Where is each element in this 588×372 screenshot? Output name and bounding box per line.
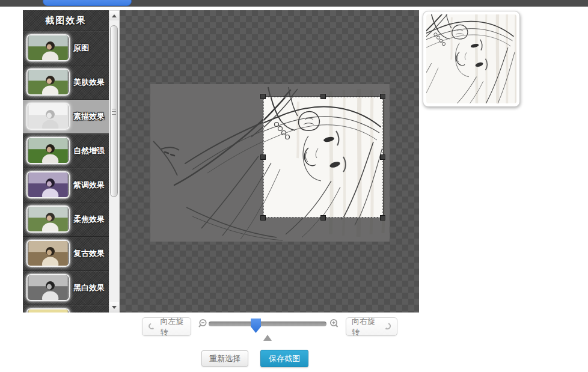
effect-label: 自然增强 xyxy=(73,134,105,168)
sidebar-title: 截图效果 xyxy=(23,10,109,31)
rotate-right-icon xyxy=(382,322,391,332)
slider-origin-marker-icon xyxy=(263,335,272,341)
effect-item-original[interactable]: 原图 xyxy=(23,31,109,66)
scroll-down-button[interactable] xyxy=(109,302,119,312)
rotate-right-label: 向右旋转 xyxy=(352,316,379,338)
zoom-in-icon[interactable] xyxy=(329,319,340,329)
effect-item-skin[interactable]: 美肤效果 xyxy=(23,66,109,100)
sidebar-scrollbar[interactable] xyxy=(109,10,120,313)
effect-label: 美肤效果 xyxy=(73,66,105,99)
effects-sidebar: 截图效果 原图 美肤效果 素描效果 自然增强 xyxy=(23,10,109,313)
crop-preview-card xyxy=(423,11,520,107)
effect-item-partial[interactable] xyxy=(23,305,109,313)
zoom-slider-thumb[interactable] xyxy=(251,319,261,333)
effect-thumbnail xyxy=(26,274,70,301)
save-crop-button[interactable]: 保存截图 xyxy=(260,350,308,367)
effect-item-natural[interactable]: 自然增强 xyxy=(23,134,109,168)
crop-handle-bottom-right[interactable] xyxy=(380,215,385,221)
photo-crop-app: 截图效果 原图 美肤效果 素描效果 自然增强 xyxy=(0,0,588,372)
rotate-right-button[interactable]: 向右旋转 xyxy=(346,317,397,336)
effect-thumbnail xyxy=(26,308,70,313)
top-blue-button[interactable] xyxy=(43,0,132,6)
effect-thumbnail xyxy=(26,103,70,130)
effect-thumbnail xyxy=(26,240,70,267)
effect-label: 素描效果 xyxy=(73,100,105,133)
crop-handle-top-left[interactable] xyxy=(260,94,266,99)
rotate-left-label: 向左旋转 xyxy=(160,316,185,338)
crop-preview-image xyxy=(426,14,516,103)
crop-handle-middle-left[interactable] xyxy=(260,154,266,160)
effect-item-sketch[interactable]: 素描效果 xyxy=(23,100,109,134)
effect-item-softfocus[interactable]: 柔焦效果 xyxy=(23,203,109,237)
effect-thumbnail xyxy=(26,137,70,164)
effect-label: 复古效果 xyxy=(73,237,105,270)
scrollbar-thumb[interactable] xyxy=(110,25,118,197)
scrollbar-grip-icon xyxy=(112,109,116,115)
effect-thumbnail xyxy=(26,34,70,61)
effect-thumbnail xyxy=(26,171,70,198)
scroll-down-icon xyxy=(112,306,117,309)
crop-handle-bottom-middle[interactable] xyxy=(320,215,326,221)
scroll-up-icon xyxy=(112,14,117,17)
reselect-button[interactable]: 重新选择 xyxy=(201,350,248,367)
effect-label: 柔焦效果 xyxy=(73,203,105,236)
zoom-slider-track[interactable] xyxy=(209,322,326,326)
crop-handle-top-middle[interactable] xyxy=(320,94,326,99)
effect-thumbnail xyxy=(26,206,70,233)
zoom-out-icon[interactable] xyxy=(197,319,208,329)
crop-selection[interactable] xyxy=(263,97,383,218)
effect-item-retro[interactable]: 复古效果 xyxy=(23,237,109,271)
top-bar xyxy=(0,0,588,7)
effect-item-purple[interactable]: 紫调效果 xyxy=(23,168,109,203)
effect-item-bw[interactable]: 黑白效果 xyxy=(23,271,109,305)
crop-canvas[interactable] xyxy=(120,10,419,313)
crop-handle-middle-right[interactable] xyxy=(380,154,385,160)
effect-label: 紫调效果 xyxy=(73,168,105,202)
scroll-up-button[interactable] xyxy=(109,11,119,20)
rotate-left-button[interactable]: 向左旋转 xyxy=(142,317,191,336)
crop-handle-bottom-left[interactable] xyxy=(260,215,266,221)
sketch-image-bright xyxy=(263,97,383,218)
effect-label: 原图 xyxy=(73,31,89,65)
crop-handle-top-right[interactable] xyxy=(380,94,385,99)
effect-thumbnail xyxy=(26,69,70,96)
effect-label: 黑白效果 xyxy=(73,271,105,305)
rotate-left-icon xyxy=(148,322,156,332)
